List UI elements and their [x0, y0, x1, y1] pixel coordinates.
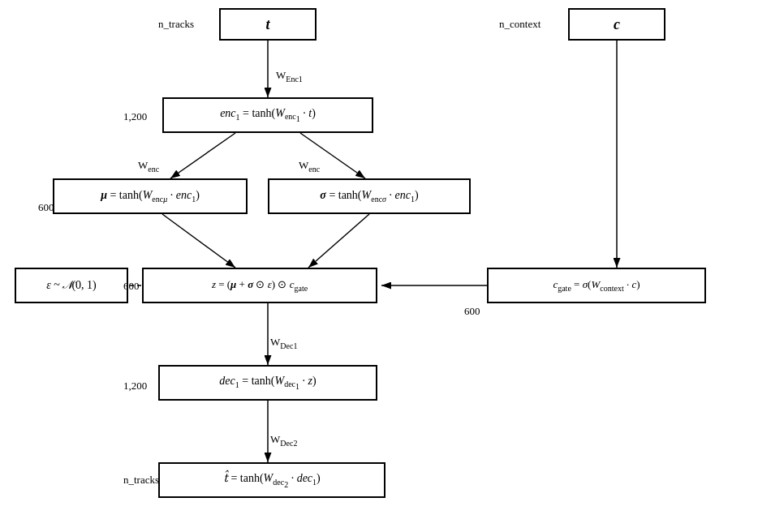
t-hat-formula: t̂ = tanh(Wdec2 · dec1) — [223, 471, 320, 489]
sigma-formula: σ = tanh(Wencσ · enc1) — [320, 189, 418, 204]
mu-formula: μ = tanh(Wencμ · enc1) — [101, 189, 200, 204]
z-box: z = (μ + σ ⊙ ε) ⊙ cgate — [142, 268, 377, 303]
label-1200-enc1: 1,200 — [123, 110, 147, 123]
epsilon-formula: ε ~ 𝒩(0, 1) — [46, 279, 96, 292]
svg-line-5 — [170, 133, 235, 178]
sigma-box: σ = tanh(Wencσ · enc1) — [268, 178, 471, 214]
label-600-cgate: 600 — [464, 305, 480, 318]
svg-line-7 — [162, 214, 235, 268]
n-context-top-label: n_context — [499, 18, 541, 31]
enc1-formula: enc1 = tanh(Wenc1 · t) — [220, 107, 316, 124]
w-enc-right-label: Wenc — [299, 159, 320, 174]
label-600-mu: 600 — [38, 201, 54, 214]
label-600-epsilon: 600 — [123, 280, 140, 293]
z-formula: z = (μ + σ ⊙ ε) ⊙ cgate — [212, 278, 308, 293]
mu-box: μ = tanh(Wencμ · enc1) — [53, 178, 248, 214]
label-1200-dec1: 1,200 — [123, 380, 147, 393]
cgate-formula: cgate = σ(Wcontext · c) — [553, 278, 640, 293]
c-label: c — [614, 16, 620, 33]
dec1-formula: dec1 = tanh(Wdec1 · z) — [219, 375, 316, 392]
dec1-box: dec1 = tanh(Wdec1 · z) — [158, 365, 377, 401]
t-hat-box: t̂ = tanh(Wdec2 · dec1) — [158, 462, 385, 498]
n-tracks-top-label: n_tracks — [158, 18, 194, 31]
w-enc1-label: WEnc1 — [276, 69, 303, 84]
svg-line-8 — [308, 214, 369, 268]
epsilon-box: ε ~ 𝒩(0, 1) — [15, 268, 128, 303]
w-dec1-label: WDec1 — [270, 336, 297, 350]
cgate-box: cgate = σ(Wcontext · c) — [487, 268, 706, 303]
t-box: t — [219, 8, 317, 41]
enc1-box: enc1 = tanh(Wenc1 · t) — [162, 97, 373, 133]
n-tracks-bottom-label: n_tracks — [123, 474, 159, 487]
diagram-container: t c enc1 = tanh(Wenc1 · t) μ = tanh(Wenc… — [0, 0, 758, 532]
t-label: t — [265, 16, 269, 33]
w-enc-left-label: Wenc — [138, 159, 159, 174]
w-dec2-label: WDec2 — [270, 433, 297, 448]
arrows-svg — [0, 0, 758, 532]
c-box: c — [568, 8, 665, 41]
